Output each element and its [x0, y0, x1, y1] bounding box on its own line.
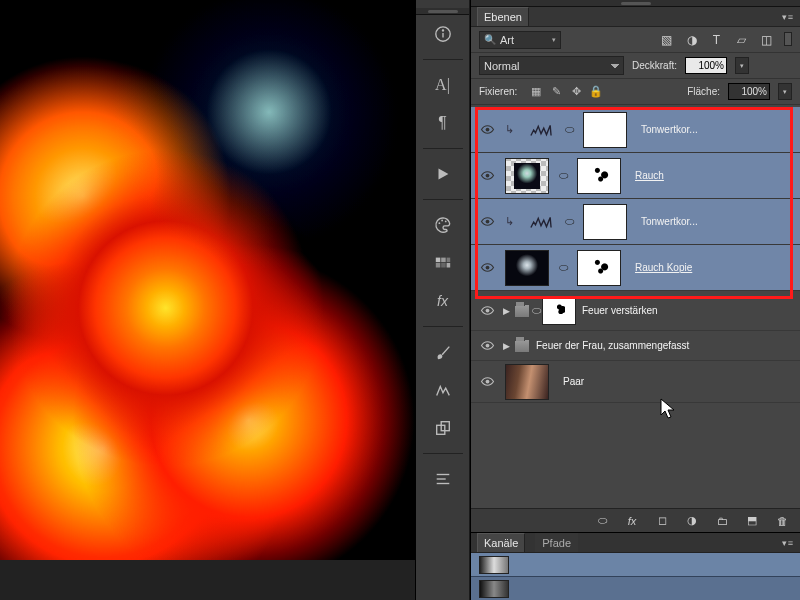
brush-panel-icon[interactable]: [426, 335, 460, 369]
filter-smart-icon[interactable]: ◫: [759, 32, 774, 47]
character-panel-icon[interactable]: A|: [426, 68, 460, 102]
layer-row[interactable]: Paar: [471, 361, 800, 403]
layer-filter-select[interactable]: 🔍 Art ▾: [479, 31, 561, 49]
filter-image-icon[interactable]: ▧: [659, 32, 674, 47]
layer-row[interactable]: ⬭ Rauch: [471, 153, 800, 199]
layer-group-row[interactable]: ▶ Feuer der Frau, zusammengefasst: [471, 331, 800, 361]
layer-name[interactable]: Rauch: [635, 170, 664, 181]
mask-link-icon[interactable]: ⬭: [557, 261, 569, 274]
svg-rect-8: [441, 258, 446, 263]
filter-toggle-switch[interactable]: [784, 32, 792, 46]
layer-name[interactable]: Paar: [563, 376, 584, 387]
levels-adjust-icon: [527, 212, 555, 232]
fill-input[interactable]: 100%: [728, 83, 770, 100]
palette-icon[interactable]: [426, 208, 460, 242]
layer-row[interactable]: ↳ ⬭ Tonwertkor...: [471, 199, 800, 245]
mask-thumbnail[interactable]: [583, 112, 627, 148]
visibility-toggle[interactable]: [475, 260, 499, 275]
add-adjustment-icon[interactable]: ◑: [684, 514, 700, 527]
new-layer-icon[interactable]: ⬒: [744, 514, 760, 527]
visibility-toggle[interactable]: [475, 374, 499, 389]
fx-icon[interactable]: fx: [624, 515, 640, 527]
layer-filter-icons: ▧ ◑ T ▱ ◫: [659, 32, 792, 47]
panel-grip[interactable]: [471, 0, 800, 7]
svg-rect-7: [435, 258, 440, 263]
filter-type-icon[interactable]: T: [709, 32, 724, 47]
layer-group-row[interactable]: ▶ ⬭ Feuer verstärken: [471, 291, 800, 331]
svg-point-21: [485, 220, 489, 224]
clip-arrow-icon: ↳: [505, 215, 519, 228]
blend-mode-select[interactable]: Normal: [479, 56, 624, 75]
mask-link-icon[interactable]: ⬭: [530, 304, 542, 317]
clip-arrow-icon: ↳: [505, 123, 519, 136]
disclosure-triangle-icon[interactable]: ▶: [503, 341, 510, 351]
mask-link-icon[interactable]: ⬭: [563, 215, 575, 228]
brush-presets-icon[interactable]: [426, 373, 460, 407]
swatches-icon[interactable]: [426, 246, 460, 280]
lock-label: Fixieren:: [479, 86, 517, 97]
layer-thumbnail[interactable]: [505, 158, 549, 194]
layer-group-name[interactable]: Feuer verstärken: [582, 305, 658, 316]
mask-thumbnail[interactable]: [583, 204, 627, 240]
lock-pixels-icon[interactable]: ▦: [529, 85, 543, 99]
play-icon[interactable]: [426, 157, 460, 191]
opacity-label: Deckkraft:: [632, 60, 677, 71]
lock-move-icon[interactable]: ✥: [569, 85, 583, 99]
document-canvas[interactable]: [0, 0, 415, 560]
layer-name[interactable]: Tonwertkor...: [641, 216, 698, 227]
opacity-input[interactable]: 100%: [685, 57, 727, 74]
mask-thumbnail[interactable]: [542, 297, 576, 325]
disclosure-triangle-icon[interactable]: ▶: [503, 306, 510, 316]
visibility-toggle[interactable]: [475, 168, 499, 183]
visibility-toggle[interactable]: [475, 338, 499, 353]
layer-thumbnail[interactable]: [505, 250, 549, 286]
add-mask-icon[interactable]: ◻: [654, 514, 670, 527]
panel-menu-icon[interactable]: ▾≡: [782, 538, 794, 548]
layer-row[interactable]: ⬭ Rauch Kopie: [471, 245, 800, 291]
opacity-stepper[interactable]: ▾: [735, 57, 749, 74]
channel-row[interactable]: [471, 577, 800, 600]
mask-thumbnail[interactable]: [577, 158, 621, 194]
clone-source-icon[interactable]: [426, 411, 460, 445]
app-root: A| ¶ fx Ebenen ▾≡ 🔍 Art ▾ ▧ ◑: [0, 0, 800, 600]
mask-link-icon[interactable]: ⬭: [557, 169, 569, 182]
fill-label: Fläche:: [687, 86, 720, 97]
layer-name[interactable]: Rauch Kopie: [635, 262, 692, 273]
fill-stepper[interactable]: ▾: [778, 83, 792, 100]
mask-thumbnail[interactable]: [577, 250, 621, 286]
collapsed-panel-strip: A| ¶ fx: [415, 0, 470, 600]
paragraph-panel-icon[interactable]: ¶: [426, 106, 460, 140]
lock-brush-icon[interactable]: ✎: [549, 85, 563, 99]
svg-point-23: [485, 309, 489, 313]
channel-row[interactable]: [471, 553, 800, 577]
panel-menu-icon[interactable]: ▾≡: [782, 12, 794, 22]
svg-point-25: [485, 380, 489, 384]
levels-adjust-icon: [527, 120, 555, 140]
layer-row[interactable]: ↳ ⬭ Tonwertkor...: [471, 107, 800, 153]
channels-panel: Kanäle Pfade ▾≡: [471, 532, 800, 600]
delete-layer-icon[interactable]: 🗑: [774, 515, 790, 527]
layer-group-name[interactable]: Feuer der Frau, zusammengefasst: [536, 340, 689, 351]
filter-shape-icon[interactable]: ▱: [734, 32, 749, 47]
mask-link-icon[interactable]: ⬭: [563, 123, 575, 136]
filter-adjust-icon[interactable]: ◑: [684, 32, 699, 47]
new-group-icon[interactable]: 🗀: [714, 515, 730, 527]
layer-name[interactable]: Tonwertkor...: [641, 124, 698, 135]
visibility-toggle[interactable]: [475, 303, 499, 318]
visibility-toggle[interactable]: [475, 122, 499, 137]
lock-all-icon[interactable]: 🔒: [589, 85, 603, 99]
layer-thumbnail[interactable]: [505, 364, 549, 400]
tab-ebenen[interactable]: Ebenen: [477, 7, 529, 26]
tab-pfade[interactable]: Pfade: [535, 533, 578, 552]
tab-kanaele[interactable]: Kanäle: [477, 533, 525, 552]
lock-fill-row: Fixieren: ▦ ✎ ✥ 🔒 Fläche: 100% ▾: [471, 79, 800, 105]
styles-icon[interactable]: fx: [426, 284, 460, 318]
folder-icon: [514, 339, 530, 353]
layer-filter-row: 🔍 Art ▾ ▧ ◑ T ▱ ◫: [471, 27, 800, 53]
visibility-toggle[interactable]: [475, 214, 499, 229]
chevron-down-icon: ▾: [552, 36, 556, 44]
svg-point-6: [444, 221, 446, 223]
alignment-icon[interactable]: [426, 462, 460, 496]
info-icon[interactable]: [426, 17, 460, 51]
link-layers-icon[interactable]: ⬭: [594, 514, 610, 527]
